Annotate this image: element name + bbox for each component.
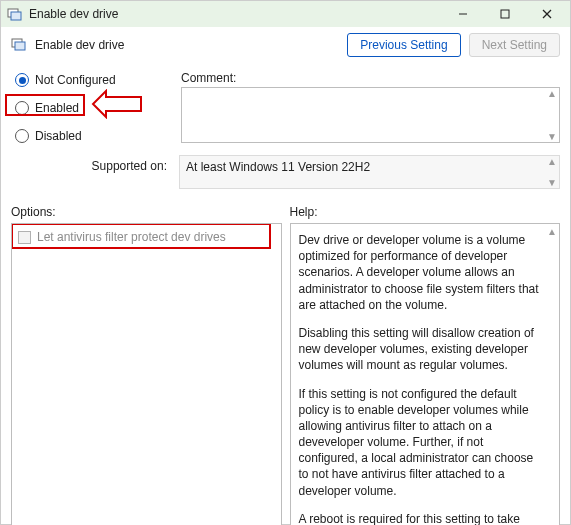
scroll-down-icon: ▼ xyxy=(547,177,557,188)
checkbox-label: Let antivirus filter protect dev drives xyxy=(37,230,226,244)
supported-on-field: At least Windows 11 Version 22H2 ▲ ▼ xyxy=(179,155,560,189)
content-area: Enable dev drive Previous Setting Next S… xyxy=(1,27,570,525)
gpo-icon xyxy=(11,36,27,55)
radio-icon xyxy=(15,129,29,143)
previous-setting-button[interactable]: Previous Setting xyxy=(347,33,460,57)
options-panel: Let antivirus filter protect dev drives xyxy=(11,223,282,525)
minimize-button[interactable] xyxy=(442,1,484,27)
supported-on-label: Supported on: xyxy=(11,155,171,173)
scroll-up-icon: ▲ xyxy=(547,156,557,167)
policy-title: Enable dev drive xyxy=(35,38,339,52)
scroll-up-icon: ▲ xyxy=(547,88,557,99)
maximize-button[interactable] xyxy=(484,1,526,27)
scrollbar[interactable]: ▲ ▼ xyxy=(545,156,559,188)
help-label: Help: xyxy=(290,205,561,223)
help-paragraph: Dev drive or developer volume is a volum… xyxy=(299,232,542,313)
gpo-icon xyxy=(7,6,23,22)
scroll-down-icon: ▼ xyxy=(547,131,557,142)
svg-rect-7 xyxy=(15,42,25,50)
radio-disabled[interactable]: Disabled xyxy=(11,127,171,145)
scrollbar[interactable]: ▲ ▼ xyxy=(545,88,559,142)
radio-icon xyxy=(15,73,29,87)
svg-rect-1 xyxy=(11,12,21,20)
close-button[interactable] xyxy=(526,1,568,27)
scrollbar[interactable]: ▲ ▼ xyxy=(545,226,559,525)
checkbox-icon xyxy=(18,231,31,244)
next-setting-button: Next Setting xyxy=(469,33,560,57)
help-paragraph: A reboot is required for this setting to… xyxy=(299,511,542,525)
scroll-up-icon: ▲ xyxy=(547,226,557,237)
svg-rect-3 xyxy=(501,10,509,18)
dialog-window: Enable dev drive Enable dev drive Previo… xyxy=(0,0,571,525)
options-label: Options: xyxy=(11,205,282,223)
radio-icon xyxy=(15,101,29,115)
radio-label: Not Configured xyxy=(35,73,116,87)
window-title: Enable dev drive xyxy=(29,7,442,21)
help-paragraph: Disabling this setting will disallow cre… xyxy=(299,325,542,374)
radio-enabled[interactable]: Enabled xyxy=(11,99,171,117)
supported-on-value: At least Windows 11 Version 22H2 xyxy=(186,160,370,174)
antivirus-checkbox[interactable]: Let antivirus filter protect dev drives xyxy=(12,224,281,250)
radio-not-configured[interactable]: Not Configured xyxy=(11,71,171,89)
help-text: Dev drive or developer volume is a volum… xyxy=(291,224,560,525)
comment-label: Comment: xyxy=(181,71,560,85)
radio-label: Disabled xyxy=(35,129,82,143)
help-paragraph: If this setting is not configured the de… xyxy=(299,386,542,499)
comment-textarea[interactable]: ▲ ▼ xyxy=(181,87,560,143)
help-panel: Dev drive or developer volume is a volum… xyxy=(290,223,561,525)
titlebar: Enable dev drive xyxy=(1,1,570,27)
radio-label: Enabled xyxy=(35,101,79,115)
